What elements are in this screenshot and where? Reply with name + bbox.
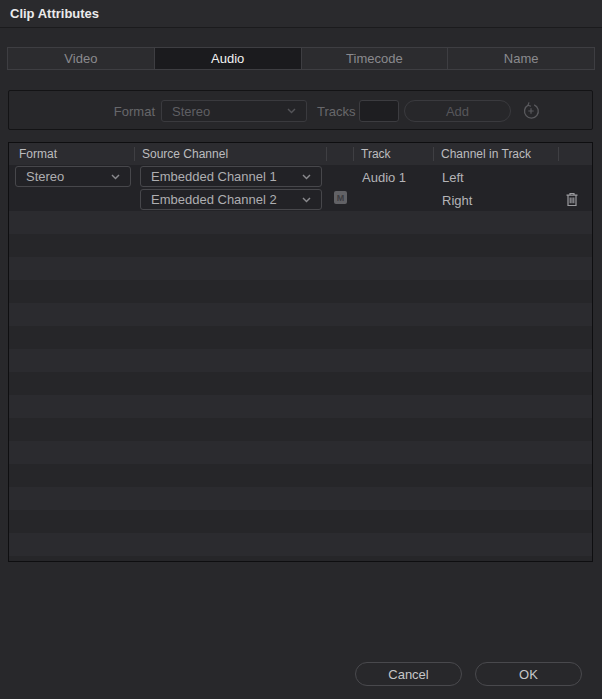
mute-badge[interactable]: M: [334, 191, 347, 204]
header-format: Format: [19, 143, 57, 165]
cancel-button[interactable]: Cancel: [355, 662, 462, 686]
format-select-value: Stereo: [172, 104, 210, 119]
source-channel-2-value: Embedded Channel 2: [151, 192, 277, 207]
channel-table: Format Source Channel Track Channel in T…: [8, 142, 593, 562]
header-divider: [558, 147, 559, 161]
tracks-label: Tracks: [309, 104, 359, 119]
empty-rows-area: [9, 211, 592, 561]
ok-button[interactable]: OK: [475, 662, 582, 686]
source-channel-1-value: Embedded Channel 1: [151, 169, 277, 184]
reset-icon[interactable]: [521, 101, 541, 121]
table-row: Stereo Embedded Channel 1 M Audio 1 Left: [9, 165, 592, 211]
source-channel-1-select[interactable]: Embedded Channel 1: [140, 166, 322, 187]
header-channel-in-track: Channel in Track: [441, 143, 531, 165]
tracks-input[interactable]: [359, 100, 399, 122]
chevron-down-icon: [302, 174, 311, 180]
track-cell: Audio 1: [362, 170, 406, 185]
row-format-select[interactable]: Stereo: [15, 166, 131, 187]
header-track: Track: [361, 143, 391, 165]
title-bar: Clip Attributes: [0, 0, 602, 28]
source-channel-2-select[interactable]: Embedded Channel 2: [140, 189, 322, 210]
header-divider: [326, 147, 327, 161]
header-divider: [134, 147, 135, 161]
header-divider: [433, 147, 434, 161]
channel-in-track-cell: Left: [442, 170, 464, 185]
chevron-down-icon: [287, 108, 296, 114]
format-select[interactable]: Stereo: [161, 100, 307, 122]
format-panel: Format Stereo Tracks Add: [8, 90, 593, 130]
add-button[interactable]: Add: [404, 100, 511, 122]
header-divider: [353, 147, 354, 161]
chevron-down-icon: [302, 197, 311, 203]
dialog-title: Clip Attributes: [10, 6, 99, 21]
tab-audio[interactable]: Audio: [155, 48, 302, 69]
format-label: Format: [105, 104, 155, 119]
channel-in-track-cell: Right: [442, 193, 472, 208]
trash-icon[interactable]: [565, 192, 579, 207]
tab-bar: Video Audio Timecode Name: [7, 47, 595, 70]
table-header-row: Format Source Channel Track Channel in T…: [9, 143, 592, 165]
row-format-value: Stereo: [26, 169, 64, 184]
tab-video[interactable]: Video: [8, 48, 155, 69]
tab-timecode[interactable]: Timecode: [302, 48, 449, 69]
chevron-down-icon: [111, 174, 120, 180]
tab-name[interactable]: Name: [448, 48, 594, 69]
header-source-channel: Source Channel: [142, 143, 228, 165]
clip-attributes-dialog: Clip Attributes Video Audio Timecode Nam…: [0, 0, 602, 699]
